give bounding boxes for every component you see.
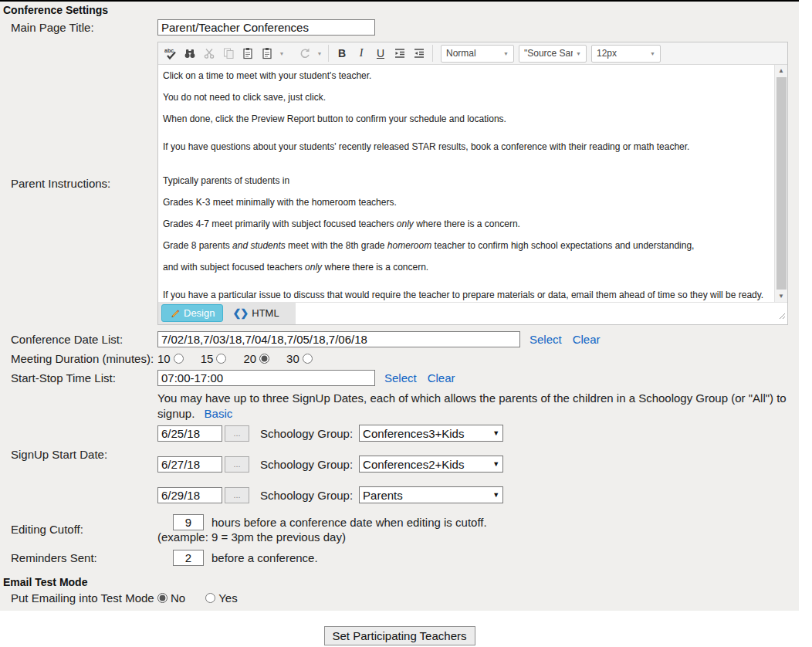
meeting-duration-row: Meeting Duration (minutes): 10 15 20 30 [0, 352, 799, 365]
email-test-mode-header: Email Test Mode [0, 574, 799, 591]
signup-date-3-browse-button[interactable]: ... [225, 487, 249, 503]
parent-instructions-row: Parent Instructions: abc [0, 42, 799, 325]
main-page-title-row: Main Page Title: [0, 19, 799, 36]
chevron-down-icon: ▼ [576, 51, 581, 56]
indent-icon[interactable] [410, 44, 428, 63]
signup-date-3-input[interactable] [157, 487, 222, 503]
meeting-duration-label: Meeting Duration (minutes): [0, 352, 157, 365]
italic-icon[interactable]: I [352, 44, 370, 63]
scrollbar-thumb[interactable] [776, 77, 787, 290]
redo-dropdown-caret-icon: ▼ [315, 51, 324, 56]
code-icon: ❮❯ [232, 307, 248, 319]
signup-date-2-input[interactable] [157, 456, 222, 473]
font-size-value: 12px [597, 48, 617, 59]
paragraph-style-value: Normal [446, 48, 476, 59]
page-title: Conference Settings [0, 2, 799, 19]
email-test-yes-label: Yes [218, 591, 237, 605]
email-test-no-radio[interactable] [157, 593, 167, 603]
schoology-group-3-value: Parents [363, 489, 403, 502]
signup-start-date-label: SignUp Start Date: [0, 425, 157, 461]
start-stop-clear-link[interactable]: Clear [428, 371, 455, 384]
signup-date-2-browse-button[interactable]: ... [225, 456, 249, 473]
tab-html-label: HTML [252, 307, 279, 319]
font-family-select[interactable]: "Source San... ▼ [519, 45, 587, 63]
font-family-value: "Source San... [524, 48, 573, 59]
schoology-group-1-select[interactable]: Conferences3+Kids ▼ [359, 425, 503, 442]
start-stop-input[interactable] [157, 370, 375, 386]
chevron-down-icon: ▼ [492, 491, 499, 499]
start-stop-select-link[interactable]: Select [384, 371, 417, 384]
editor-scrollbar[interactable]: ▲ ▼ [774, 65, 787, 302]
reminders-sent-suffix: before a conference. [211, 551, 318, 564]
date-list-select-link[interactable]: Select [529, 333, 562, 346]
underline-icon[interactable]: U [371, 44, 390, 63]
signup-note-row: You may have up to three SignUp Dates, e… [0, 391, 799, 422]
editing-cutoff-input[interactable] [173, 514, 204, 530]
paste-special-icon[interactable] [258, 44, 276, 63]
find-icon[interactable] [181, 44, 199, 63]
start-stop-row: Start-Stop Time List: Select Clear [0, 370, 799, 386]
parent-instructions-label: Parent Instructions: [0, 177, 157, 190]
chevron-down-icon: ▼ [503, 51, 509, 56]
scroll-down-icon[interactable]: ▼ [775, 290, 787, 302]
email-test-yes-radio[interactable] [205, 593, 215, 603]
schoology-group-2-select[interactable]: Conferences2+Kids ▼ [359, 456, 503, 473]
redo-icon [296, 44, 314, 63]
main-page-title-input[interactable] [157, 19, 375, 36]
signup-note-line1: You may have up to three SignUp Dates, e… [157, 391, 787, 405]
conference-date-list-input[interactable] [157, 331, 520, 347]
schoology-group-label: Schoology Group: [260, 458, 353, 471]
signup-date-1-input[interactable] [157, 425, 222, 442]
schoology-group-3-select[interactable]: Parents ▼ [359, 486, 503, 503]
email-test-mode-row: Put Emailing into Test Mode No Yes [0, 591, 799, 605]
reminders-sent-label: Reminders Sent: [0, 551, 157, 564]
signup-row-2: ... Schoology Group: Conferences2+Kids ▼ [157, 456, 503, 473]
signup-date-1-browse-button[interactable]: ... [225, 425, 249, 442]
outdent-icon[interactable] [391, 44, 409, 63]
reminders-sent-input[interactable] [173, 550, 204, 566]
signup-note-line2: signup. [157, 407, 195, 420]
pencil-icon [170, 308, 180, 318]
email-test-mode-label: Put Emailing into Test Mode [0, 591, 157, 605]
conference-settings-panel: Conference Settings Main Page Title: Par… [0, 0, 799, 611]
spellcheck-icon[interactable]: abc [161, 44, 180, 63]
set-participating-teachers-button[interactable]: Set Participating Teachers [324, 626, 475, 645]
editor-tabbar: Design ❮❯ HTML [158, 302, 787, 324]
editor-toolbar: abc ▼ [158, 42, 787, 65]
schoology-group-1-value: Conferences3+Kids [363, 427, 464, 440]
duration-30-radio[interactable] [303, 354, 313, 364]
bold-icon[interactable]: B [333, 44, 351, 63]
tab-design-label: Design [184, 307, 215, 319]
tab-html[interactable]: ❮❯ HTML [226, 304, 285, 322]
chevron-down-icon: ▼ [492, 460, 499, 468]
main-page-title-label: Main Page Title: [0, 21, 157, 34]
scroll-up-icon[interactable]: ▲ [775, 65, 787, 76]
paste-dropdown-caret-icon[interactable]: ▼ [277, 51, 286, 56]
editor-content[interactable]: Click on a time to meet with your studen… [158, 65, 774, 302]
duration-15-radio[interactable] [216, 354, 226, 364]
duration-20-radio[interactable] [259, 354, 269, 364]
paragraph-style-select[interactable]: Normal ▼ [441, 45, 514, 63]
toolbar-separator [328, 45, 329, 62]
editor-tabstrip: Design ❮❯ HTML [158, 302, 296, 324]
paste-icon[interactable] [239, 44, 257, 63]
schoology-group-label: Schoology Group: [260, 427, 353, 440]
duration-30-label: 30 [286, 352, 299, 365]
footer: Set Participating Teachers [0, 626, 799, 645]
basic-link[interactable]: Basic [205, 407, 233, 420]
resize-handle[interactable] [778, 309, 786, 323]
editing-cutoff-suffix: hours before a conference date when edit… [211, 516, 487, 529]
date-list-clear-link[interactable]: Clear [573, 333, 601, 346]
tab-design[interactable]: Design [161, 304, 223, 322]
duration-10-radio[interactable] [174, 354, 184, 364]
font-size-select[interactable]: 12px ▼ [591, 45, 661, 63]
cut-icon [200, 44, 218, 63]
email-test-no-label: No [171, 591, 185, 605]
toolbar-separator [432, 45, 433, 62]
svg-text:abc: abc [164, 48, 174, 53]
editing-cutoff-label: Editing Cutoff: [0, 523, 157, 536]
chevron-down-icon: ▼ [650, 51, 655, 56]
start-stop-label: Start-Stop Time List: [0, 371, 157, 384]
editing-cutoff-row: Editing Cutoff: hours before a conferenc… [0, 514, 799, 544]
duration-10-label: 10 [157, 352, 171, 365]
